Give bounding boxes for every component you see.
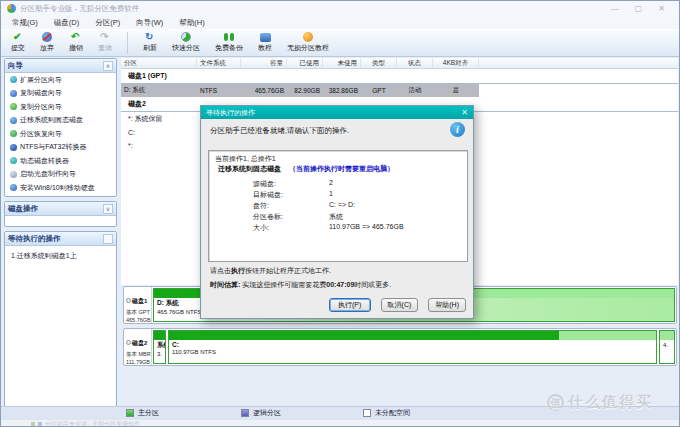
sidebar-item-copy-disk-wizard[interactable]: 复制磁盘向导 (5, 87, 116, 101)
detail-drive-letter: 盘符: C: => D: (253, 201, 463, 211)
pending-operations-dialog: 等待执行的操作 ✕ 分区助手已经准备就绪,请确认下面的操作. i 当前操作1, … (200, 105, 474, 319)
col-used[interactable]: 已使用 (287, 58, 323, 68)
free-backup-button[interactable]: 免费备份 (215, 32, 243, 53)
dialog-estimate: 时间估算: 实现这些操作可能需要花费00:47:09时间或更多. (210, 280, 391, 290)
disk2-partition-unallocated[interactable]: 4. (659, 330, 675, 364)
extend-partition-icon (10, 76, 17, 83)
pending-operation-item: 1.迁移系统到磁盘1上 (5, 246, 116, 261)
toolbar: ✔ 提交 放弃 ↶ 撤销 ↷ 重做 ↻ 刷新 快速分区 免费备份 (1, 29, 679, 57)
cancel-button[interactable]: 取消(C) (381, 298, 419, 312)
pending-operations-header[interactable]: 等待执行的操作 (5, 232, 116, 246)
toolbar-separator (127, 32, 128, 54)
sidebar-item-extend-partition-wizard[interactable]: 扩展分区向导 (5, 73, 116, 87)
discard-icon (42, 32, 52, 42)
menu-general[interactable]: 常规(G) (5, 17, 45, 29)
commit-check-icon: ✔ (13, 32, 23, 42)
col-capacity[interactable]: 容量 (241, 58, 287, 68)
sidebar-item-migrate-os-to-ssd[interactable]: 迁移系统到固态磁盘 (5, 114, 116, 128)
dynamic-disk-icon (10, 157, 17, 164)
execute-button[interactable]: 执行(P) (329, 298, 371, 312)
dialog-hint: 请点击执行按钮开始让程序正式地工作. (210, 266, 331, 276)
col-4k-aligned[interactable]: 4KB对齐 (433, 58, 479, 68)
backup-icon (224, 32, 235, 42)
menu-partition[interactable]: 分区(P) (88, 17, 127, 29)
sidebar-item-win-to-go[interactable]: 安装Win8/10到移动硬盘 (5, 181, 116, 195)
win-to-go-icon (10, 184, 17, 191)
table-row-d-system[interactable]: D: 系统 NTFS 465.76GB 82.90GB 382.86GB GPT… (121, 84, 479, 97)
menu-bar: 常规(G) 磁盘(D) 分区(P) 向导(W) 帮助(H) (1, 16, 679, 29)
col-filesystem[interactable]: 文件系统 (197, 58, 241, 68)
minimize-button[interactable]: — (611, 4, 619, 13)
logical-partition-swatch (241, 409, 249, 417)
disk-operations-panel: 磁盘操作 ∨ (4, 201, 117, 227)
quick-partition-button[interactable]: 快速分区 (172, 32, 200, 53)
discard-button[interactable]: 放弃 (40, 32, 54, 53)
collapse-icon[interactable] (103, 234, 113, 244)
menu-help[interactable]: 帮助(H) (172, 17, 211, 29)
refresh-icon: ↻ (145, 32, 155, 42)
disk-operations-header[interactable]: 磁盘操作 ∨ (5, 202, 116, 216)
commit-button[interactable]: ✔ 提交 (11, 32, 25, 53)
tutorial-button[interactable]: 教程 (258, 32, 272, 53)
menu-disk[interactable]: 磁盘(D) (47, 17, 86, 29)
info-icon: i (450, 122, 465, 137)
collapse-up-icon[interactable]: ∧ (103, 61, 113, 71)
window-title: 分区助手专业版 - 无损分区免费软件 (20, 4, 139, 14)
disk2-partition-system-reserved[interactable]: 系统保留 3. (153, 330, 166, 364)
migrate-os-icon (10, 117, 17, 124)
disk1-group-label: 磁盘1 (GPT) (121, 69, 678, 84)
watermark-badge: 值 (547, 394, 564, 411)
operation-details-box: 当前操作1, 总操作1 迁移系统到固态磁盘 （当前操作执行时需要重启电脑） 源磁… (208, 150, 468, 262)
undo-button[interactable]: ↶ 撤销 (69, 32, 83, 53)
legend-logical: 逻辑分区 (241, 408, 281, 418)
wizards-panel: 向导 ∧ 扩展分区向导 复制磁盘向导 复制分区向导 迁移系统到固态磁盘 分区恢复… (4, 58, 117, 197)
menu-wizard[interactable]: 向导(W) (129, 17, 170, 29)
close-button[interactable]: ✕ (658, 4, 665, 13)
disk-icon (126, 340, 131, 345)
usage-strip (660, 331, 674, 340)
operation-summary: 当前操作1, 总操作1 (215, 154, 276, 164)
detail-size: 大小: 110.97GB => 465.76GB (253, 223, 463, 233)
bootable-cd-icon (10, 171, 17, 178)
copy-disk-icon (10, 90, 17, 97)
legend: 主分区 逻辑分区 未分配空间 (126, 408, 410, 418)
col-partition[interactable]: 分区 (121, 58, 197, 68)
maximize-button[interactable]: ▢ (635, 4, 643, 13)
tutorial-icon (260, 33, 271, 42)
redo-button[interactable]: ↷ 重做 (98, 32, 112, 53)
sidebar-item-ntfs-fat32-converter[interactable]: NTFS与FAT32转换器 (5, 141, 116, 155)
taskbar-icon (31, 422, 35, 426)
sidebar-item-dynamic-disk-converter[interactable]: 动态磁盘转换器 (5, 154, 116, 168)
ntfs-converter-icon (10, 144, 17, 151)
dialog-message: 分区助手已经准备就绪,请确认下面的操作. (210, 126, 425, 136)
disk-icon (126, 298, 131, 303)
wizards-panel-header[interactable]: 向导 ∧ (5, 59, 116, 73)
quick-partition-icon (181, 32, 191, 42)
sidebar-item-bootable-cd-wizard[interactable]: 启动光盘制作向导 (5, 168, 116, 182)
undo-icon: ↶ (71, 32, 81, 42)
sidebar-item-copy-partition-wizard[interactable]: 复制分区向导 (5, 100, 116, 114)
lossless-tutorial-button[interactable]: 无损分区教程 (287, 32, 329, 53)
disk2-bar: 磁盘2 基本 MBR 111.79GB 系统保留 3. C: 110.97GB … (123, 328, 677, 366)
operation-name: 迁移系统到固态磁盘 (218, 165, 281, 172)
partition-recovery-icon (10, 130, 17, 137)
help-button[interactable]: 帮助(H) (428, 298, 466, 312)
legend-unallocated: 未分配空间 (363, 408, 410, 418)
app-window: 分区助手专业版 - 无损分区免费软件 — ▢ ✕ 常规(G) 磁盘(D) 分区(… (0, 0, 680, 427)
copy-partition-icon (10, 103, 17, 110)
collapse-down-icon[interactable]: ∨ (103, 204, 113, 214)
redo-icon: ↷ (100, 32, 110, 42)
taskbar-icon (38, 422, 42, 426)
col-status[interactable]: 状态 (397, 58, 433, 68)
operation-note: （当前操作执行时需要重启电脑） (289, 165, 394, 172)
sidebar-item-partition-recovery-wizard[interactable]: 分区恢复向导 (5, 127, 116, 141)
lossless-tutorial-icon (303, 32, 313, 42)
detail-volume-label: 分区卷标: 系统 (253, 212, 463, 222)
dialog-close-icon[interactable]: ✕ (461, 109, 468, 117)
disk2-partition-c[interactable]: C: 110.97GB NTFS (168, 330, 657, 364)
dialog-title-bar: 等待执行的操作 ✕ (201, 106, 473, 119)
refresh-button[interactable]: ↻ 刷新 (143, 32, 157, 53)
col-type[interactable]: 类型 (361, 58, 397, 68)
col-unused[interactable]: 未使用 (323, 58, 361, 68)
taskbar-sliver: 分区助手专业版 - 无损分区免费软件 (1, 420, 679, 427)
